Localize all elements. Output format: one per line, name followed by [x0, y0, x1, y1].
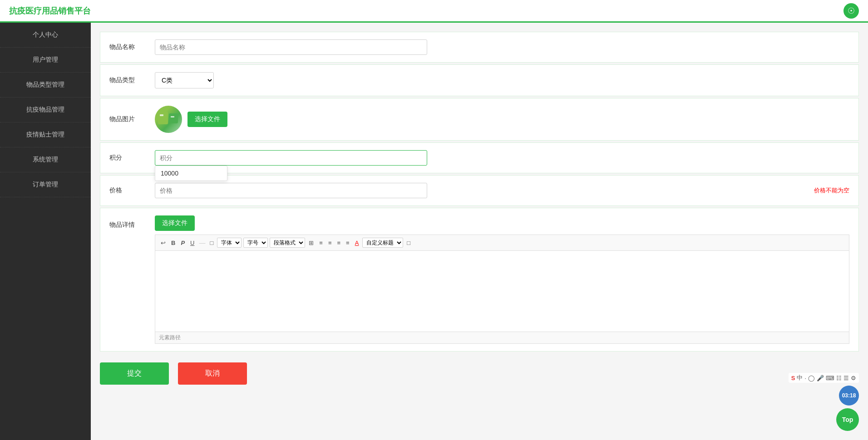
editor-footer: 元素路径 [155, 332, 849, 344]
item-image-label: 物品图片 [109, 115, 155, 123]
float-clock: 03:18 [839, 386, 859, 406]
toolbar-font-select[interactable]: 字体 [217, 238, 242, 248]
float-icon-zh: 中 [797, 374, 803, 382]
item-detail-row: 物品详情 选择文件 ↩ B P U — □ 字体 字号 [100, 208, 859, 352]
user-avatar[interactable]: ☉ [843, 3, 859, 19]
toolbar-square-btn[interactable]: □ [208, 239, 215, 247]
score-input[interactable] [155, 150, 427, 166]
price-error-text: 价格不能为空 [814, 186, 849, 195]
item-detail-editor[interactable] [155, 250, 849, 332]
toolbar-para-select[interactable]: 段落格式 [270, 238, 305, 248]
toolbar-align-left-btn[interactable]: ≡ [317, 239, 325, 247]
main-content: 物品名称 物品类型 A类 B类 C类 D类 物品图片 [91, 23, 868, 440]
item-image-row: 物品图片 选择文件 [100, 98, 859, 141]
sidebar-item-epidemic-management[interactable]: 疫情贴士管理 [0, 122, 91, 147]
svg-rect-3 [171, 116, 174, 117]
toolbar-underline-btn[interactable]: U [188, 239, 196, 247]
float-icon-circle: ◯ [808, 375, 815, 381]
toolbar-bold-btn[interactable]: B [169, 239, 177, 247]
item-name-input[interactable] [155, 39, 427, 55]
cancel-button[interactable]: 取消 [178, 362, 247, 385]
float-icon-grid: ☷ [836, 375, 842, 381]
score-option-10000[interactable]: 10000 [155, 166, 227, 181]
app-title: 抗疫医疗用品销售平台 [9, 5, 91, 16]
float-icon-s: S [791, 375, 795, 381]
editor-toolbar: ↩ B P U — □ 字体 字号 段落格式 ⊞ ≡ [155, 235, 849, 250]
detail-file-button[interactable]: 选择文件 [155, 215, 195, 231]
submit-button[interactable]: 提交 [100, 362, 169, 385]
toolbar-color-btn[interactable]: A [353, 239, 361, 247]
toolbar-divider-1: — [199, 239, 205, 246]
svg-rect-2 [160, 114, 163, 116]
item-name-row: 物品名称 [100, 32, 859, 63]
svg-rect-1 [169, 113, 178, 123]
toolbar-align-center-btn[interactable]: ≡ [326, 239, 334, 247]
float-icon-list: ☰ [843, 375, 849, 381]
item-detail-label: 物品详情 [109, 215, 155, 229]
toolbar-italic-btn[interactable]: P [179, 239, 187, 247]
float-icon-settings: ⚙ [851, 375, 856, 381]
item-image-preview [155, 106, 182, 133]
score-row: 积分 10000 [100, 142, 859, 173]
float-icon-dot: · [804, 375, 806, 381]
score-dropdown: 10000 [155, 166, 227, 181]
sidebar: 个人中心 用户管理 物品类型管理 抗疫物品管理 疫情贴士管理 系统管理 订单管理 [0, 23, 91, 440]
item-type-wrap: A类 B类 C类 D类 [155, 72, 849, 88]
item-type-row: 物品类型 A类 B类 C类 D类 [100, 64, 859, 96]
toolbar-undo-btn[interactable]: ↩ [159, 239, 168, 247]
item-name-label: 物品名称 [109, 43, 155, 51]
float-icon-mic: 🎤 [817, 375, 824, 381]
toolbar-table-btn[interactable]: ⊞ [307, 239, 316, 247]
item-type-label: 物品类型 [109, 76, 155, 84]
sidebar-item-user-management[interactable]: 用户管理 [0, 48, 91, 73]
sidebar-item-personal-center[interactable]: 个人中心 [0, 23, 91, 48]
sidebar-item-item-type-management[interactable]: 物品类型管理 [0, 73, 91, 98]
image-file-button[interactable]: 选择文件 [187, 112, 227, 127]
sidebar-item-system-management[interactable]: 系统管理 [0, 147, 91, 172]
sidebar-item-antivirus-management[interactable]: 抗疫物品管理 [0, 98, 91, 122]
form-buttons: 提交 取消 [100, 353, 859, 394]
toolbar-expand-btn[interactable]: □ [405, 239, 412, 247]
item-detail-editor-wrap: 选择文件 ↩ B P U — □ 字体 字号 段落格式 [155, 215, 849, 344]
item-image-placeholder [155, 106, 182, 133]
item-name-wrap [155, 39, 849, 55]
app-header: 抗疫医疗用品销售平台 ☉ [0, 0, 868, 23]
svg-rect-0 [158, 112, 168, 124]
toolbar-fontsize-select[interactable]: 字号 [243, 238, 268, 248]
price-input[interactable] [155, 183, 427, 198]
float-corner: S 中 · ◯ 🎤 ⌨ ☷ ☰ ⚙ 03:18 Top [789, 373, 859, 431]
toolbar-align-right-btn[interactable]: ≡ [335, 239, 343, 247]
score-label: 积分 [109, 154, 155, 162]
price-wrap [155, 183, 805, 198]
sidebar-item-order-management[interactable]: 订单管理 [0, 172, 91, 197]
toolbar-align-justify-btn[interactable]: ≡ [344, 239, 351, 247]
score-wrap: 10000 [155, 150, 849, 166]
image-placeholder-svg [157, 108, 180, 131]
item-image-wrap: 选择文件 [155, 106, 849, 133]
item-type-select[interactable]: A类 B类 C类 D类 [155, 72, 214, 88]
float-icon-keyboard: ⌨ [826, 375, 834, 381]
price-label: 价格 [109, 186, 155, 195]
toolbar-custom-select[interactable]: 自定义标题 [362, 238, 403, 248]
scroll-to-top-button[interactable]: Top [836, 408, 859, 431]
float-toolbar-bar: S 中 · ◯ 🎤 ⌨ ☷ ☰ ⚙ [789, 373, 859, 383]
